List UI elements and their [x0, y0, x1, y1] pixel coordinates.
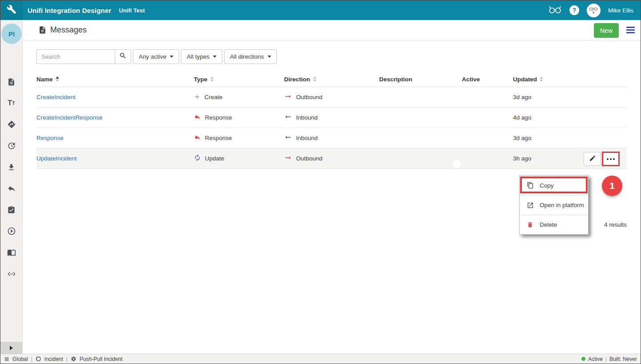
- column-header-updated[interactable]: Updated: [513, 76, 627, 83]
- table-row-response[interactable]: Response Response Inbound 3d ago: [36, 128, 627, 148]
- annotation-step-badge: 1: [602, 176, 622, 196]
- page-header: Messages New: [23, 20, 641, 40]
- user-avatar[interactable]: [587, 4, 601, 17]
- pencil-icon: [589, 155, 596, 163]
- left-sidebar: PI TT: [0, 20, 23, 354]
- active-filter-label: Any active: [139, 53, 166, 60]
- inbound-arrow-icon: [284, 113, 292, 122]
- integration-label[interactable]: Push-Pull Incident: [80, 356, 123, 362]
- row-actions: [584, 152, 620, 166]
- active-filter-dropdown[interactable]: Any active: [133, 49, 179, 64]
- chevron-down-icon: [170, 56, 173, 58]
- message-name-link[interactable]: UpdateIncident: [36, 155, 77, 162]
- create-plus-icon: [194, 93, 200, 101]
- filter-bar: Any active All types All directions: [36, 49, 277, 64]
- directions-icon[interactable]: [7, 120, 16, 129]
- status-bar: Global | Incident | Push-Pull Incident A…: [0, 354, 641, 364]
- table-row-create-incident[interactable]: CreateIncident Create Outbound 3d ago: [36, 87, 627, 108]
- direction-filter-dropdown[interactable]: All directions: [224, 49, 277, 64]
- sort-arrows-icon: [56, 76, 59, 82]
- message-name-link[interactable]: Response: [36, 135, 64, 141]
- help-icon[interactable]: ?: [569, 5, 579, 15]
- play-circle-icon[interactable]: [7, 227, 16, 236]
- page-title: Messages: [50, 25, 87, 35]
- column-header-description: Description: [379, 76, 462, 83]
- unifi-integration-designer-window: Unifi Integration Designer Unifi Test ?: [0, 0, 641, 364]
- open-in-new-icon: [526, 201, 534, 209]
- app-title: Unifi Integration Designer: [28, 7, 112, 14]
- search-input[interactable]: [36, 49, 115, 64]
- top-bar: Unifi Integration Designer Unifi Test ?: [0, 0, 641, 20]
- more-actions-button[interactable]: [604, 153, 618, 164]
- outbound-arrow-icon: [284, 154, 292, 163]
- table-header: Name Type Direction Description Active U…: [36, 72, 627, 87]
- gear-icon: [71, 356, 76, 362]
- updated-cell: 4d ago: [513, 114, 627, 121]
- sort-arrows-icon: [210, 76, 214, 82]
- application-label[interactable]: Incident: [44, 356, 63, 362]
- chevron-down-icon: [213, 56, 216, 58]
- update-refresh-icon: [194, 154, 201, 163]
- tasks-clipboard-icon[interactable]: [7, 205, 16, 214]
- sort-arrows-icon: [540, 76, 543, 82]
- column-header-active: Active: [462, 76, 513, 83]
- user-name[interactable]: Mike Ellis: [608, 7, 633, 14]
- expand-arrow-icon: [10, 346, 13, 350]
- message-name-link[interactable]: CreateIncident: [36, 94, 76, 100]
- messages-page-icon: [38, 26, 47, 34]
- column-header-direction[interactable]: Direction: [284, 76, 379, 83]
- results-count: 4 results: [604, 221, 627, 228]
- edit-button[interactable]: [584, 152, 601, 166]
- scope-label[interactable]: Global: [12, 356, 28, 362]
- column-header-name[interactable]: Name: [36, 76, 194, 83]
- menu-hamburger-icon[interactable]: [626, 27, 635, 33]
- search-icon: [119, 52, 127, 61]
- workspace-avatar[interactable]: PI: [1, 24, 22, 44]
- type-filter-dropdown[interactable]: All types: [181, 49, 222, 64]
- chevron-down-icon: [268, 56, 271, 58]
- built-label: Built: Never: [609, 356, 637, 362]
- outbound-arrow-icon: [284, 92, 292, 102]
- updated-cell: 3d ago: [513, 94, 627, 100]
- status-label: Active: [588, 356, 603, 362]
- documentation-book-icon[interactable]: [7, 248, 16, 257]
- project-name[interactable]: Unifi Test: [119, 7, 145, 14]
- annotation-highlight-box: [602, 152, 620, 166]
- response-reply-icon: [194, 113, 201, 122]
- messages-document-icon[interactable]: [7, 77, 16, 86]
- grid-scope-icon: [4, 356, 9, 362]
- search-button[interactable]: [115, 49, 131, 64]
- table-body: CreateIncident Create Outbound 3d ago Cr…: [36, 87, 627, 169]
- row-context-menu: Copy Open in platform Delete: [519, 175, 589, 235]
- incident-donut-icon: [36, 356, 41, 362]
- sort-arrows-icon: [313, 76, 316, 82]
- updated-cell: 3d ago: [513, 135, 627, 141]
- sidebar-expand-button[interactable]: [0, 342, 22, 354]
- menu-item-copy[interactable]: Copy: [520, 176, 588, 195]
- text-fields-icon[interactable]: TT: [7, 99, 16, 108]
- code-icon[interactable]: [7, 269, 16, 278]
- trash-icon: [526, 221, 534, 228]
- table-row-update-incident[interactable]: UpdateIncident Update Outbound 3h ago: [36, 148, 627, 169]
- column-header-type[interactable]: Type: [194, 76, 284, 83]
- direction-filter-label: All directions: [230, 53, 264, 60]
- preview-glasses-icon[interactable]: [548, 5, 562, 16]
- new-button[interactable]: New: [594, 23, 619, 38]
- message-name-link[interactable]: CreateIncidentResponse: [36, 114, 103, 121]
- top-bar-right: ? Mike Ellis: [548, 4, 641, 17]
- copy-icon: [526, 182, 534, 189]
- reply-icon[interactable]: [7, 184, 16, 193]
- app-logo[interactable]: [0, 0, 23, 20]
- inbound-arrow-icon: [284, 133, 292, 143]
- menu-item-delete[interactable]: Delete: [520, 215, 588, 234]
- table-row-create-incident-response[interactable]: CreateIncidentResponse Response Inbound …: [36, 108, 627, 128]
- wrench-icon: [7, 4, 16, 16]
- menu-item-open-in-platform[interactable]: Open in platform: [520, 195, 588, 215]
- status-active-dot: [581, 357, 585, 361]
- type-filter-label: All types: [187, 53, 209, 60]
- response-reply-icon: [194, 134, 201, 142]
- history-icon[interactable]: [7, 141, 16, 150]
- download-icon[interactable]: [7, 163, 16, 172]
